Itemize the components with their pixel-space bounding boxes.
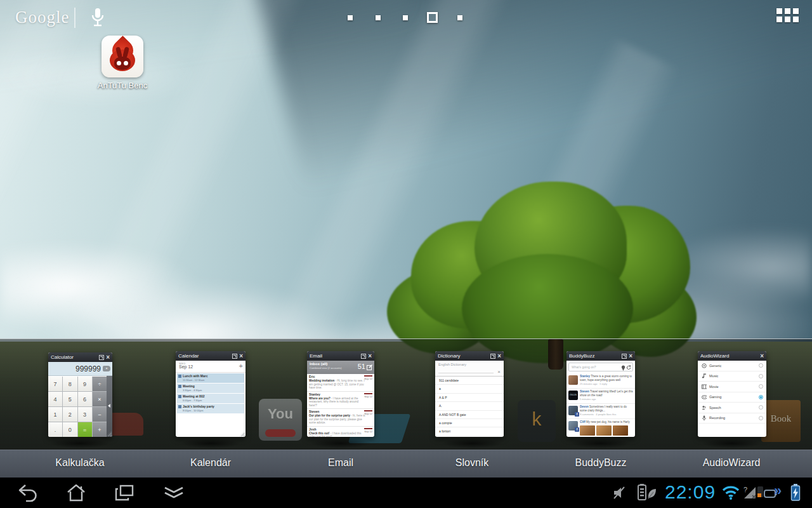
dictionary-entry[interactable]: a (435, 385, 504, 393)
radio-off[interactable] (759, 384, 763, 389)
dictionary-entry[interactable]: A. (435, 402, 504, 410)
buddybuzz-post[interactable]: f Devon Sometimes I really want to do so… (566, 404, 635, 419)
audio-mode-row[interactable]: Speech (698, 403, 766, 413)
wifi-status[interactable] (722, 486, 740, 502)
power-saver-button[interactable] (637, 484, 657, 504)
dictionary-search[interactable]: English Dictionary × (435, 361, 504, 377)
buddybuzz-widget-thumbnail[interactable]: BuddyBuzz × What's going on? Stanley The… (566, 351, 635, 437)
clear-search-icon[interactable]: × (497, 369, 501, 375)
notification-expand-chevrons[interactable]: » (774, 483, 782, 499)
location-pin-icon[interactable] (621, 365, 625, 371)
key-4[interactable]: 4 (48, 392, 62, 406)
recent-apps-button[interactable] (110, 483, 138, 503)
close-icon[interactable]: × (106, 354, 110, 361)
email-row[interactable]: Eric Sep 12 Wedding invitation - Hi, lon… (307, 374, 374, 392)
calendar-event[interactable]: Meeting at 802 6:00pm - 7:30pm (177, 394, 244, 403)
calendar-event[interactable]: Lunch with Marc 11:30am - 12:30am (177, 373, 244, 383)
radio-off[interactable] (759, 405, 763, 410)
all-apps-button[interactable] (776, 8, 799, 24)
key-9[interactable]: 9 (78, 377, 92, 391)
dictionary-entry[interactable]: A AND NOT B gate (435, 411, 504, 419)
calculator-widget-thumbnail[interactable]: Calculator × 999999 × 7 8 9 ÷ 4 5 6 × 1 … (48, 352, 112, 437)
key-1[interactable]: 1 (48, 407, 62, 422)
email-row[interactable]: Steven Sep 12 Our plan for the surprise … (307, 409, 374, 427)
email-row[interactable]: Stanley Sep 12 Where are you? - I have a… (307, 392, 374, 410)
app-label-audiowizard[interactable]: AudioWizard (703, 457, 761, 469)
expand-icon[interactable] (361, 354, 366, 359)
key-minus[interactable]: − (93, 407, 107, 422)
refresh-icon[interactable] (626, 365, 631, 370)
app-label-kalendar[interactable]: Kalendár (190, 457, 231, 469)
calendar-event[interactable]: Meeting 3:30pm - 4:30pm (177, 384, 244, 393)
compose-icon[interactable] (367, 364, 372, 370)
home-button[interactable] (62, 483, 90, 503)
expand-icon[interactable] (99, 355, 104, 360)
radio-off[interactable] (759, 374, 763, 378)
radio-off[interactable] (759, 416, 763, 420)
close-icon[interactable]: × (368, 353, 372, 359)
key-divide[interactable]: ÷ (93, 377, 107, 391)
key-equals[interactable]: = (78, 422, 92, 437)
key-multiply[interactable]: × (93, 392, 107, 406)
email-row[interactable]: Josh Sep 12 Check this out! - I have dow… (307, 427, 374, 438)
page-dot-1[interactable] (348, 15, 353, 20)
key-0[interactable]: 0 (63, 422, 77, 437)
mute-button[interactable] (613, 486, 625, 502)
key-5[interactable]: 5 (63, 392, 77, 406)
radio-on[interactable] (759, 395, 763, 399)
app-label-email[interactable]: Email (328, 457, 353, 469)
expand-icon[interactable] (490, 354, 495, 359)
key-3[interactable]: 3 (78, 407, 92, 422)
close-icon[interactable]: × (629, 353, 632, 359)
close-icon[interactable]: × (760, 353, 764, 359)
resize-handle[interactable] (240, 431, 245, 436)
audio-mode-row[interactable]: Movie (698, 382, 766, 392)
app-label-buddybuzz[interactable]: BuddyBuzz (575, 457, 627, 469)
google-search-widget[interactable]: Google (15, 8, 69, 27)
key-dot[interactable]: . (48, 422, 62, 437)
email-widget-thumbnail[interactable]: Email × Inbox (all) Combined view (2 acc… (307, 351, 374, 437)
dictionary-entry[interactable]: A & P (435, 394, 504, 402)
calendar-widget-thumbnail[interactable]: Calendar × WED Sep 12 + Lunch with Marc … (176, 351, 246, 437)
buddybuzz-post[interactable]: f Cliff My new pet dog, his name is Harl… (566, 419, 635, 437)
key-plus[interactable]: + (93, 422, 107, 437)
dictionary-entry[interactable]: a fortiori (435, 427, 504, 436)
backspace-icon[interactable]: × (103, 366, 110, 371)
page-dot-3[interactable] (403, 15, 408, 20)
audio-mode-row[interactable]: Music (698, 371, 766, 382)
key-8[interactable]: 8 (63, 377, 77, 391)
add-event-button[interactable]: + (239, 362, 243, 370)
audio-mode-row[interactable]: Recording (698, 413, 766, 424)
key-2[interactable]: 2 (63, 407, 77, 422)
clock[interactable]: 22:09 (665, 481, 716, 503)
expand-icon[interactable] (232, 354, 237, 359)
calendar-date: Sep 12 (179, 364, 243, 369)
buddybuzz-post[interactable]: /ISUS Steven Travel warning lifted! Let'… (566, 389, 635, 404)
dictionary-widget-thumbnail[interactable]: Dictionary × English Dictionary × 911 ca… (435, 351, 504, 437)
page-dot-2[interactable] (376, 15, 381, 20)
antutu-app-shortcut[interactable]: AnTuTu Benc (95, 36, 150, 90)
close-icon[interactable]: × (497, 353, 501, 359)
voice-search-button[interactable] (88, 6, 108, 30)
expand-icon[interactable] (622, 354, 627, 359)
calculator-side-drawer[interactable] (107, 376, 112, 437)
app-label-slovnik[interactable]: Slovník (455, 457, 488, 469)
hide-panel-button[interactable] (160, 483, 188, 503)
page-dot-5[interactable] (457, 15, 462, 20)
audio-mode-row[interactable]: Generic (698, 361, 766, 371)
dictionary-entry[interactable]: 911 candidate (435, 377, 504, 385)
key-6[interactable]: 6 (78, 392, 92, 406)
key-7[interactable]: 7 (48, 377, 62, 391)
status-composer[interactable]: What's going on? (568, 363, 633, 371)
calendar-event[interactable]: Jack's birthday party 8:00pm - 10:00pm (177, 404, 244, 413)
buddybuzz-post[interactable]: Stanley There is a great storm coming to… (566, 373, 635, 389)
close-icon[interactable]: × (239, 353, 243, 359)
dictionary-entry[interactable]: a la (435, 436, 504, 437)
audiowizard-widget-thumbnail[interactable]: AudioWizard × Generic Music Movie Gaming… (698, 351, 766, 437)
app-label-kalkulacka[interactable]: Kalkulačka (55, 457, 104, 469)
page-dot-4-active[interactable] (427, 12, 438, 23)
back-button[interactable] (14, 483, 42, 503)
radio-off[interactable] (759, 363, 763, 368)
dictionary-entry[interactable]: a compte (435, 419, 504, 427)
audio-mode-row[interactable]: Gaming (698, 392, 766, 403)
